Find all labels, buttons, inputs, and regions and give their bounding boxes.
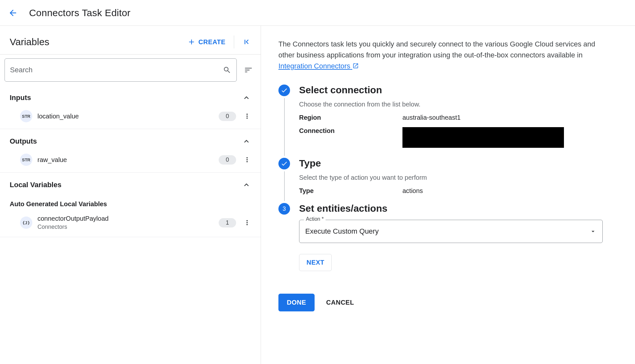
variable-row[interactable]: STR raw_value 0 bbox=[0, 149, 261, 172]
search-input[interactable] bbox=[10, 66, 223, 74]
action-field-label: Action * bbox=[304, 216, 326, 222]
inputs-title: Inputs bbox=[10, 94, 31, 102]
divider bbox=[234, 35, 234, 48]
collapse-outputs[interactable] bbox=[242, 137, 251, 146]
row-more-button[interactable] bbox=[241, 154, 253, 166]
chevron-up-icon bbox=[242, 180, 251, 189]
variables-title: Variables bbox=[10, 36, 49, 47]
usage-count-badge: 0 bbox=[219, 112, 236, 121]
collapse-inputs[interactable] bbox=[242, 93, 251, 102]
row-more-button[interactable] bbox=[241, 217, 253, 228]
create-label: CREATE bbox=[198, 38, 225, 46]
outputs-title: Outputs bbox=[10, 137, 37, 146]
done-button[interactable]: DONE bbox=[278, 294, 315, 311]
variable-row[interactable]: STR location_value 0 bbox=[0, 106, 261, 129]
section-local-variables: Local Variables Auto Generated Local Var… bbox=[0, 173, 261, 237]
variable-name: connectorOutputPayload bbox=[37, 215, 109, 222]
variables-panel: Variables CREATE bbox=[0, 26, 261, 364]
collapse-panel-button[interactable] bbox=[240, 35, 253, 48]
action-field-value: Execute Custom Query bbox=[305, 227, 589, 236]
create-button[interactable]: CREATE bbox=[185, 36, 228, 48]
filter-list-icon bbox=[244, 66, 253, 75]
section-outputs: Outputs STR raw_value 0 bbox=[0, 129, 261, 173]
back-button[interactable] bbox=[6, 6, 19, 19]
variable-name: raw_value bbox=[37, 156, 67, 164]
variable-subtext: Connectors bbox=[37, 224, 109, 230]
auto-generated-subhead: Auto Generated Local Variables bbox=[0, 193, 261, 210]
plus-icon bbox=[187, 38, 196, 46]
step-badge-number: 3 bbox=[278, 203, 290, 215]
step-badge-done bbox=[278, 85, 290, 96]
step3-title: Set entities/actions bbox=[299, 203, 618, 214]
check-icon bbox=[281, 87, 288, 94]
arrow-left-icon bbox=[8, 8, 18, 18]
connection-value-redacted bbox=[402, 127, 564, 148]
intro-text: The Connectors task lets you quickly and… bbox=[278, 39, 605, 72]
chevron-up-icon bbox=[242, 137, 251, 146]
usage-count-badge: 1 bbox=[219, 218, 236, 228]
page-title: Connectors Task Editor bbox=[29, 7, 130, 18]
step-type: Type Select the type of action you want … bbox=[278, 158, 618, 203]
integration-connectors-link[interactable]: Integration Connectors bbox=[278, 62, 359, 70]
search-icon bbox=[223, 66, 231, 74]
collapse-left-icon bbox=[242, 37, 251, 46]
row-more-button[interactable] bbox=[241, 110, 253, 122]
usage-count-badge: 0 bbox=[219, 155, 236, 165]
region-value: australia-southeast1 bbox=[402, 114, 618, 121]
type-chip-str: STR bbox=[20, 154, 32, 166]
step-select-connection: Select connection Choose the connection … bbox=[278, 85, 618, 158]
more-vert-icon bbox=[243, 112, 251, 120]
search-input-wrap[interactable] bbox=[5, 58, 237, 82]
dropdown-arrow-icon bbox=[589, 228, 597, 235]
step1-sub: Choose the connection from the list belo… bbox=[299, 101, 618, 108]
step2-title: Type bbox=[299, 158, 618, 169]
task-config-panel: The Connectors task lets you quickly and… bbox=[261, 26, 635, 364]
type-label: Type bbox=[299, 187, 402, 195]
local-title: Local Variables bbox=[10, 181, 61, 189]
step-badge-done bbox=[278, 158, 290, 169]
check-icon bbox=[281, 160, 288, 167]
connection-label: Connection bbox=[299, 127, 402, 149]
more-vert-icon bbox=[243, 219, 251, 227]
cancel-button[interactable]: CANCEL bbox=[326, 299, 354, 306]
collapse-local[interactable] bbox=[242, 180, 251, 189]
section-inputs: Inputs STR location_value 0 bbox=[0, 86, 261, 129]
type-chip-json: {J} bbox=[20, 217, 32, 229]
step1-title: Select connection bbox=[299, 85, 618, 96]
step2-sub: Select the type of action you want to pe… bbox=[299, 174, 618, 181]
action-dropdown[interactable]: Action * Execute Custom Query bbox=[299, 220, 603, 243]
app-header: Connectors Task Editor bbox=[0, 0, 635, 26]
type-chip-str: STR bbox=[20, 110, 32, 122]
region-label: Region bbox=[299, 114, 402, 121]
open-in-new-icon bbox=[352, 63, 359, 69]
variable-name: location_value bbox=[37, 113, 79, 120]
type-value: actions bbox=[402, 187, 618, 195]
filter-button[interactable] bbox=[242, 64, 255, 76]
more-vert-icon bbox=[243, 156, 251, 164]
next-button[interactable]: NEXT bbox=[299, 254, 332, 271]
chevron-up-icon bbox=[242, 93, 251, 102]
step-set-entities-actions: 3 Set entities/actions Action * Execute … bbox=[278, 203, 618, 279]
variable-row[interactable]: {J} connectorOutputPayload Connectors 1 bbox=[0, 210, 261, 237]
